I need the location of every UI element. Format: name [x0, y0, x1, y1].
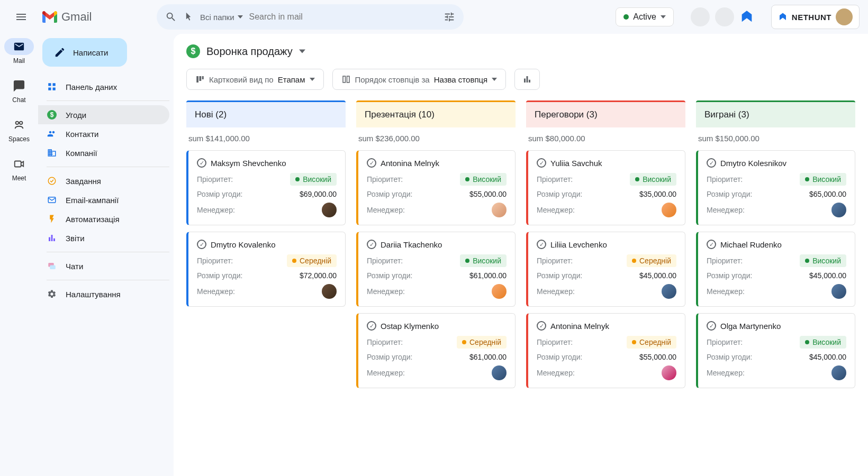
amount-label: Розмір угоди:	[197, 190, 242, 198]
column-header[interactable]: Переговори (3)	[526, 100, 685, 127]
manager-avatar[interactable]	[492, 203, 507, 217]
deal-card[interactable]: ✓Michael RudenkoПріоритет:ВисокийРозмір …	[696, 232, 855, 307]
manager-avatar[interactable]	[831, 203, 846, 217]
compose-button[interactable]: Написати	[42, 38, 127, 67]
sidebar-deals[interactable]: $ Угоди	[38, 105, 169, 124]
check-icon: ✓	[537, 158, 546, 168]
column-sum: sum $141,000.00	[186, 134, 346, 143]
svg-rect-18	[347, 76, 349, 83]
sidebar-email-campaigns[interactable]: Email-кампанії	[38, 190, 169, 209]
sort-selector[interactable]: Порядок стовпців за Назва стовпця	[332, 69, 507, 90]
manager-avatar[interactable]	[831, 284, 846, 299]
column-header[interactable]: Презентація (10)	[356, 100, 516, 127]
deal-card[interactable]: ✓Antonina MelnykПріоритет:ВисокийРозмір …	[356, 150, 516, 225]
hamburger-icon	[15, 11, 28, 23]
deal-card[interactable]: ✓Dmytro KovalenkoПріоритет:СереднійРозмі…	[186, 232, 346, 307]
sidebar: Написати Панель даних $ Угоди Контакти К…	[38, 34, 174, 476]
app-placeholder-icon[interactable]	[691, 7, 710, 26]
view-selector[interactable]: Картковий вид по Етапам	[186, 69, 324, 90]
status-dot-icon	[623, 14, 629, 20]
sidebar-automation[interactable]: Автоматизація	[38, 209, 169, 228]
tune-icon[interactable]	[444, 11, 455, 23]
svg-rect-13	[50, 266, 56, 270]
manager-avatar[interactable]	[662, 203, 676, 217]
nethunt-shape-icon[interactable]	[739, 10, 754, 24]
column-header[interactable]: Виграні (3)	[696, 100, 855, 127]
pipeline-title[interactable]: Воронка продажу	[206, 45, 293, 58]
app-placeholder-icon[interactable]	[715, 7, 734, 26]
deal-card[interactable]: ✓Yuliia SavchukПріоритет:ВисокийРозмір у…	[526, 150, 685, 225]
divider	[47, 167, 169, 167]
check-icon: ✓	[707, 321, 716, 331]
deal-card[interactable]: ✓Ostap KlymenkoПріоритет:СереднійРозмір …	[356, 313, 516, 388]
search-bar[interactable]: Всі папки	[157, 4, 464, 30]
manager-avatar[interactable]	[662, 284, 676, 299]
divider	[47, 280, 169, 280]
toolbar: Картковий вид по Етапам Порядок стовпців…	[186, 69, 855, 90]
manager-avatar[interactable]	[831, 365, 846, 380]
svg-rect-16	[202, 76, 204, 79]
manager-avatar[interactable]	[322, 203, 337, 217]
logo-area[interactable]: Gmail	[42, 10, 148, 24]
sidebar-contacts[interactable]: Контакти	[38, 124, 169, 143]
manager-label: Менеджер:	[707, 206, 745, 214]
deal-card[interactable]: ✓Olga MartynenkoПріоритет:ВисокийРозмір …	[696, 313, 855, 388]
manager-avatar[interactable]	[322, 284, 337, 299]
folder-selector[interactable]: Всі папки	[200, 13, 243, 22]
chevron-down-icon[interactable]	[299, 49, 305, 53]
check-icon: ✓	[537, 240, 546, 249]
column-header[interactable]: Нові (2)	[186, 100, 346, 127]
priority-badge: Середній	[627, 336, 676, 349]
columns-icon	[341, 75, 351, 84]
chat-icon	[13, 80, 25, 91]
sidebar-companies[interactable]: Компанії	[38, 143, 169, 162]
svg-point-7	[48, 177, 56, 185]
deal-card[interactable]: ✓Antonina MelnykПріоритет:СереднійРозмір…	[526, 313, 685, 388]
rail-spaces[interactable]: Spaces	[4, 116, 34, 143]
nav-rail: Mail Chat Spaces Meet	[0, 34, 38, 476]
card-name: Ostap Klymenko	[381, 322, 439, 331]
sidebar-dashboard[interactable]: Панель даних	[38, 77, 169, 96]
amount-value: $45,000.00	[809, 353, 846, 361]
sidebar-settings[interactable]: Налаштування	[38, 285, 169, 304]
rail-meet[interactable]: Meet	[4, 155, 34, 182]
svg-rect-3	[48, 83, 51, 86]
manager-label: Менеджер:	[537, 369, 575, 377]
sidebar-reports[interactable]: Звіти	[38, 228, 169, 248]
user-avatar[interactable]	[836, 8, 853, 25]
rail-mail[interactable]: Mail	[4, 38, 34, 65]
deal-card[interactable]: ✓Dmytro KolesnikovПріоритет:ВисокийРозмі…	[696, 150, 855, 225]
amount-label: Розмір угоди:	[537, 190, 582, 198]
menu-button[interactable]	[8, 4, 34, 30]
rail-chat[interactable]: Chat	[4, 77, 34, 104]
priority-label: Пріоритет:	[197, 257, 233, 265]
priority-label: Пріоритет:	[367, 257, 403, 265]
amount-value: $45,000.00	[809, 271, 846, 280]
status-label: Active	[633, 12, 656, 22]
priority-label: Пріоритет:	[537, 257, 573, 265]
nethunt-badge[interactable]: NETHUNT	[771, 5, 860, 29]
manager-avatar[interactable]	[492, 365, 507, 380]
card-name: Dariia Tkachenko	[381, 240, 442, 249]
sidebar-tasks[interactable]: Завдання	[38, 171, 169, 190]
priority-badge: Високий	[460, 254, 507, 267]
priority-label: Пріоритет:	[707, 175, 743, 184]
svg-rect-14	[196, 76, 198, 83]
sidebar-chats[interactable]: Чати	[38, 257, 169, 276]
deal-card[interactable]: ✓Maksym ShevchenkoПріоритет:ВисокийРозмі…	[186, 150, 346, 225]
manager-avatar[interactable]	[662, 365, 676, 380]
chart-button[interactable]	[514, 69, 540, 90]
check-icon: ✓	[707, 240, 716, 249]
search-input[interactable]	[249, 12, 437, 22]
amount-label: Розмір угоди:	[537, 353, 582, 361]
priority-badge: Високий	[460, 173, 507, 186]
manager-avatar[interactable]	[492, 284, 507, 299]
search-icon	[165, 11, 177, 23]
deal-card[interactable]: ✓Liliia LevchenkoПріоритет:СереднійРозмі…	[526, 232, 685, 307]
svg-rect-17	[343, 76, 346, 83]
svg-rect-6	[53, 88, 56, 90]
deal-card[interactable]: ✓Dariia TkachenkoПріоритет:ВисокийРозмір…	[356, 232, 516, 307]
kanban-board: Нові (2)sum $141,000.00✓Maksym Shevchenk…	[186, 100, 855, 395]
status-dropdown[interactable]: Active	[616, 7, 674, 26]
manager-label: Менеджер:	[707, 369, 745, 377]
